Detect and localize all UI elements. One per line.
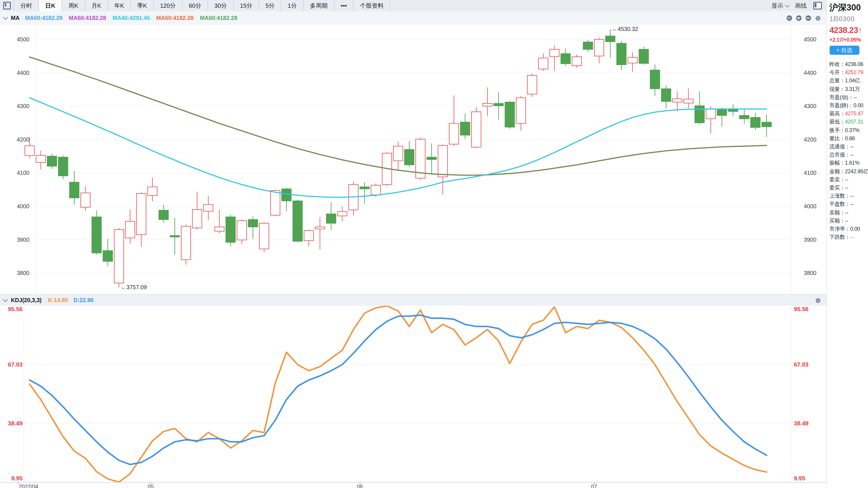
toolbar: 分时日K周K月K年K季K120分60分30分15分5分1分多周期•••个股资料 … <box>0 0 826 12</box>
field-value: -- <box>850 152 854 158</box>
field-label: 流通值： <box>829 143 850 150</box>
svg-text:3900: 3900 <box>17 237 29 243</box>
field-value: -- <box>845 209 848 215</box>
add-watchlist-button[interactable]: + 自选 <box>829 46 859 55</box>
quote-field-row: 市净率：0.00 <box>829 225 867 233</box>
kdj-k-value: K:14.80 <box>48 297 68 303</box>
tab-多周期[interactable]: 多周期 <box>304 0 334 11</box>
tab-60分[interactable]: 60分 <box>183 0 208 11</box>
circle-minus-icon[interactable] <box>805 16 811 21</box>
field-label: 委卖： <box>829 176 845 183</box>
toolbar-spacer <box>391 0 772 11</box>
period-tabs: 分时日K周K月K年K季K120分60分30分15分5分1分多周期•••个股资料 <box>14 0 391 11</box>
svg-text:67.03: 67.03 <box>794 361 809 368</box>
collapse-chevron-icon[interactable] <box>3 297 8 302</box>
field-label: 市净率： <box>829 226 850 232</box>
candlestick-chart: ←4530.32←3757.09450045004400440043004300… <box>0 25 826 294</box>
field-value: -- <box>850 234 854 240</box>
field-value: -- <box>850 143 854 150</box>
gear-icon[interactable] <box>815 297 821 303</box>
field-label: 振幅： <box>829 160 845 166</box>
quote-field-row: 平盘数：-- <box>829 200 867 208</box>
field-value: 0.00 <box>854 102 864 109</box>
field-value: 0.37% <box>845 127 860 133</box>
field-label: 最高： <box>829 110 845 117</box>
month-label: 2022/04 <box>19 483 38 488</box>
month-label: 06 <box>357 483 363 488</box>
tab-30分[interactable]: 30分 <box>208 0 234 11</box>
quote-field-row: 换手：0.37% <box>829 126 867 134</box>
svg-text:9.95: 9.95 <box>794 475 805 482</box>
quote-field-row: 最高：4275.47 <box>829 110 867 118</box>
main-chart-pane[interactable]: ←4530.32←3757.09450045004400440043004300… <box>0 25 826 294</box>
field-label: 买额： <box>829 217 845 224</box>
svg-text:4200: 4200 <box>804 136 816 143</box>
svg-text:4100: 4100 <box>804 170 816 176</box>
ma-chip: MA60:4182.28 <box>200 15 237 21</box>
symbol-code: 1B0300 <box>829 15 867 23</box>
quote-field-row: 总市值：-- <box>829 151 867 159</box>
draw-line-button[interactable]: 画线 <box>795 2 807 10</box>
svg-text:4400: 4400 <box>804 70 816 76</box>
svg-text:95.56: 95.56 <box>794 306 809 312</box>
chart-toolbar-icons <box>786 15 826 21</box>
quote-field-row: 卖额：-- <box>829 208 867 216</box>
tab-15分[interactable]: 15分 <box>234 0 259 11</box>
svg-text:4500: 4500 <box>804 36 816 42</box>
field-value: 3.31万 <box>845 86 860 92</box>
svg-text:4400: 4400 <box>17 70 29 76</box>
tab-周K[interactable]: 周K <box>62 0 85 11</box>
field-value: 4207.31 <box>845 119 863 125</box>
quote-field-row: 下跌数：-- <box>829 233 867 241</box>
field-value: 0.00 <box>850 226 860 232</box>
svg-text:4100: 4100 <box>17 170 29 176</box>
svg-text:4000: 4000 <box>17 203 29 209</box>
quote-field-row: 市盈(静)：0.00 <box>829 101 867 110</box>
field-value: 4236.06 <box>845 61 863 67</box>
svg-text:4300: 4300 <box>17 103 29 109</box>
circle-plus-icon[interactable] <box>796 16 801 21</box>
ma-indicator-bar: MA MA60:4182.28MA60:4182.28MA40:4291.46M… <box>0 11 826 25</box>
quote-field-row: 今开：4251.79 <box>829 68 867 77</box>
tab-120分[interactable]: 120分 <box>154 0 182 11</box>
field-value: 1.61% <box>845 160 860 166</box>
ma-chip: MA60:4182.28 <box>25 15 62 21</box>
quote-field-row: 现量：3.31万 <box>829 85 867 93</box>
svg-text:3900: 3900 <box>804 237 816 243</box>
quote-field-row: 买额：-- <box>829 217 867 225</box>
tab-季K[interactable]: 季K <box>131 0 154 11</box>
stock-chart-app: 分时日K周K月K年K季K120分60分30分15分5分1分多周期•••个股资料 … <box>0 0 868 488</box>
svg-text:67.03: 67.03 <box>8 361 23 368</box>
field-value: -- <box>850 201 854 207</box>
sidebar-divider <box>829 58 866 58</box>
gear-icon[interactable] <box>815 15 821 21</box>
field-label: 委买： <box>829 185 845 191</box>
display-menu[interactable]: 显示 <box>772 2 789 10</box>
tab-日K[interactable]: 日K <box>39 0 62 11</box>
display-label: 显示 <box>772 2 783 10</box>
tab-个股资料[interactable]: 个股资料 <box>354 0 391 11</box>
svg-text:3800: 3800 <box>804 270 816 276</box>
quote-fields: 昨收：4236.06今开：4251.79总量：1.04亿现量：3.31万市盈(动… <box>829 60 867 241</box>
toggle-panel-icon[interactable] <box>813 2 822 9</box>
tab-•••[interactable]: ••• <box>334 0 353 11</box>
collapse-chevron-icon[interactable] <box>3 15 8 20</box>
quote-field-row: 振幅：1.61% <box>829 159 867 167</box>
quote-field-row: 总量：1.04亿 <box>829 77 867 85</box>
svg-text:←3757.09: ←3757.09 <box>121 284 147 291</box>
price-change: +2.17/+0.05% <box>829 37 867 43</box>
tab-1分[interactable]: 1分 <box>281 0 304 11</box>
tab-5分[interactable]: 5分 <box>259 0 281 11</box>
tab-分时[interactable]: 分时 <box>14 0 39 11</box>
last-price: 4238.23↑ <box>829 25 867 35</box>
kdj-chart-pane[interactable]: 95.5695.5667.0367.0338.4938.499.959.95 <box>0 306 826 482</box>
svg-text:4500: 4500 <box>17 36 29 42</box>
tab-年K[interactable]: 年K <box>108 0 131 11</box>
field-label: 卖额： <box>829 209 845 215</box>
tab-月K[interactable]: 月K <box>85 0 108 11</box>
circle-equal-icon[interactable] <box>786 16 792 21</box>
window-layout-button[interactable] <box>0 0 14 11</box>
field-label: 上涨数： <box>829 193 850 199</box>
svg-text:38.49: 38.49 <box>794 420 809 427</box>
field-label: 总量： <box>829 78 845 84</box>
